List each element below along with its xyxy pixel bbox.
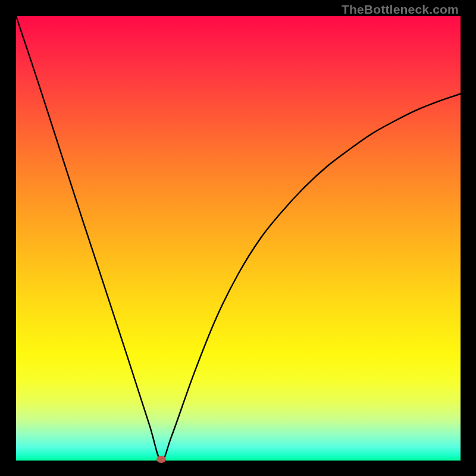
bottleneck-curve: [16, 16, 461, 461]
chart-frame: TheBottleneck.com: [0, 0, 476, 476]
watermark-text: TheBottleneck.com: [342, 2, 459, 17]
optimal-point-marker: [156, 456, 166, 463]
plot-area: [16, 16, 461, 461]
